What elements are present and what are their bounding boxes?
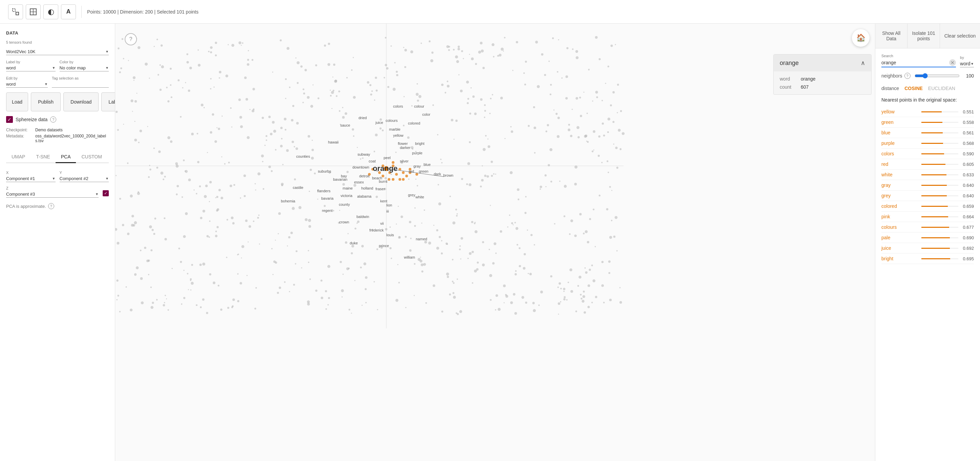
svg-point-687 [469,183,471,186]
nearest-item-bar [921,206,948,207]
neighbors-slider[interactable] [915,73,960,79]
svg-point-152 [457,48,460,50]
svg-text:green: green [419,169,428,173]
svg-point-461 [185,212,188,215]
load-button[interactable]: Load [6,92,28,111]
nearest-item-bar-container [921,153,959,154]
nearest-item[interactable]: colours 0.677 [881,222,974,233]
y-select[interactable]: Component #2 [60,176,104,181]
zoom-icon[interactable] [26,5,41,19]
sphereize-help-icon[interactable]: ? [50,116,56,122]
home-button[interactable]: 🏠 [852,29,870,47]
svg-point-122 [230,107,232,109]
by-select-row[interactable]: word ▼ [960,61,974,67]
nearest-item[interactable]: blue 0.561 [881,128,974,138]
svg-point-511 [416,93,419,96]
nearest-item[interactable]: green 0.558 [881,117,974,128]
tensor-select[interactable]: Word2Vec 10K [6,49,104,54]
svg-point-521 [455,119,458,122]
sphereize-checkbox[interactable]: ✓ [6,116,13,123]
svg-point-689 [296,147,298,150]
svg-point-792 [390,174,392,175]
show-all-button[interactable]: Show All Data [875,24,907,48]
z-select[interactable]: Component #3 [6,192,94,196]
svg-point-481 [206,312,208,314]
nearest-item[interactable]: white 0.633 [881,170,974,180]
svg-point-602 [177,185,179,187]
svg-point-361 [300,65,302,68]
svg-point-413 [389,227,391,228]
select-rect-icon[interactable] [8,5,23,19]
nearest-item[interactable]: bright 0.695 [881,253,974,264]
night-mode-icon[interactable]: ◐ [43,5,58,19]
label-button[interactable]: Label [101,92,115,111]
cosine-button[interactable]: COSINE [904,86,923,91]
nearest-item-bar-container [921,206,959,207]
nearest-item[interactable]: juice 0.692 [881,243,974,253]
svg-point-32 [492,94,493,95]
svg-point-607 [294,178,296,181]
svg-point-336 [489,274,492,277]
tab-umap[interactable]: UMAP [6,151,30,163]
x-select[interactable]: Component #1 [6,176,51,181]
tab-custom[interactable]: CUSTOM [76,151,107,163]
svg-point-255 [280,145,283,147]
nearest-title: Nearest points in the original space: [881,97,974,103]
svg-point-55 [216,226,219,228]
svg-point-86 [188,178,191,181]
euclidean-button[interactable]: EUCLIDEAN [928,86,955,91]
svg-text:marble: marble [389,127,401,131]
svg-point-141 [258,172,261,175]
nearest-item[interactable]: red 0.605 [881,159,974,170]
canvas-area[interactable]: ? 🏠 colorscolourcolorcolourscoloreddried… [115,24,875,461]
svg-point-681 [197,133,198,135]
svg-point-179 [222,116,223,116]
search-clear-button[interactable]: ✕ [949,59,956,66]
svg-point-407 [613,236,616,238]
svg-point-493 [191,133,194,135]
svg-point-775 [607,131,609,133]
svg-text:maine: maine [343,186,353,190]
color-by-select[interactable]: No color map [60,65,104,70]
isolate-button[interactable]: Isolate 101 points [907,24,940,48]
help-circle-icon[interactable]: ? [125,33,137,45]
svg-point-429 [540,185,542,188]
label-by-select[interactable]: word [6,65,51,70]
nearest-item[interactable]: gray 0.640 [881,180,974,190]
tooltip-count-val: 607 [801,84,808,90]
nearest-item[interactable]: colors 0.590 [881,149,974,159]
nearest-item-bar [921,195,947,196]
nearest-item[interactable]: pale 0.690 [881,233,974,243]
search-input[interactable] [881,60,949,65]
download-button[interactable]: Download [64,92,99,111]
svg-point-409 [523,253,526,255]
tensor-selector[interactable]: Word2Vec 10K ▼ [6,49,109,55]
nearest-item[interactable]: purple 0.568 [881,138,974,149]
pca-approx-help-icon[interactable]: ? [48,203,54,209]
nearest-item[interactable]: colored 0.659 [881,201,974,212]
svg-point-205 [218,189,221,191]
x-axis-group: X Component #1 ▼ [6,171,56,182]
tooltip-chevron-icon[interactable]: ∧ [861,59,865,67]
tab-tsne[interactable]: T-SNE [30,151,55,163]
svg-point-280 [421,222,422,223]
tag-input-field[interactable] [52,82,109,88]
nearest-item[interactable]: yellow 0.551 [881,107,974,117]
svg-point-236 [494,242,496,245]
svg-point-456 [576,97,578,100]
svg-point-128 [215,42,217,44]
svg-point-563 [343,274,344,275]
z-checkbox[interactable]: ✓ [103,190,109,196]
publish-button[interactable]: Publish [31,92,60,111]
svg-point-168 [411,146,414,149]
clear-selection-button[interactable]: Clear selection [940,24,980,48]
edit-by-select[interactable]: word [6,82,43,87]
by-select[interactable]: word [960,61,970,67]
neighbors-help-icon[interactable]: ? [904,73,910,79]
nearest-item[interactable]: pink 0.664 [881,212,974,222]
svg-text:darker: darker [400,146,411,150]
svg-point-596 [140,277,143,280]
label-icon[interactable]: A [61,5,76,19]
tab-pca[interactable]: PCA [56,151,76,163]
nearest-item[interactable]: grey 0.640 [881,190,974,201]
